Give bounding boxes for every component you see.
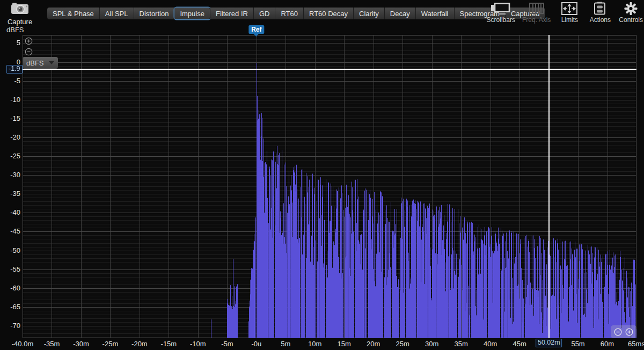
y-axis-dropdown-value: dBFS — [26, 59, 49, 67]
x-tick-label: -35m — [44, 340, 60, 348]
x-tick-label: -0u — [251, 340, 261, 348]
tool-limits[interactable]: Limits — [558, 1, 581, 24]
x-tick-label: -15m — [161, 340, 177, 348]
zoom-out-icon — [614, 328, 622, 336]
y-tick-label: -5 — [0, 77, 20, 85]
scrollbars-icon — [489, 1, 512, 16]
x-tick-label: -10m — [190, 340, 206, 348]
tab-rt60-decay[interactable]: RT60 Decay — [304, 8, 354, 19]
tab-spl-phase[interactable]: SPL & Phase — [47, 8, 100, 19]
ref-marker-pointer — [254, 34, 259, 37]
x-tick-label: 10m — [308, 340, 321, 348]
toolbar-tools: ScrollbarsFreq. AxisLimitsActionsControl… — [487, 1, 643, 24]
x-tick-label: 15m — [338, 340, 351, 348]
tab-rt60[interactable]: RT60 — [275, 8, 304, 19]
y-tick-label: -30 — [0, 171, 20, 179]
y-tick-label: -70 — [0, 322, 20, 330]
x-tick-label: -25m — [103, 340, 119, 348]
tab-all-spl[interactable]: All SPL — [100, 8, 134, 19]
y-zoom-in-button[interactable] — [25, 37, 33, 45]
y-tick-label: -50 — [0, 247, 20, 254]
ref-marker-label: Ref — [251, 26, 261, 33]
controls-gear-icon — [624, 1, 638, 16]
x-tick-label: 45m — [513, 340, 526, 348]
tab-impulse[interactable]: Impulse — [174, 8, 210, 19]
zoom-in-icon — [25, 37, 33, 45]
zoom-in-icon — [625, 328, 633, 336]
tab-filtered-ir[interactable]: Filtered IR — [210, 8, 254, 19]
tab-clarity[interactable]: Clarity — [354, 8, 385, 19]
x-tick-label: 5m — [281, 340, 290, 348]
graph-tab-bar: SPL & PhaseAll SPLDistortionImpulseFilte… — [47, 8, 545, 19]
tool-label: Actions — [590, 16, 611, 24]
tool-actions[interactable]: Actions — [588, 1, 612, 24]
x-tick-label: 35m — [454, 340, 467, 348]
tool-label: Freq. Axis — [522, 16, 551, 24]
zoom-out-icon — [25, 48, 33, 56]
cursor-y-readout: -1.9 — [6, 65, 23, 74]
tool-scrollbars[interactable]: Scrollbars — [487, 1, 515, 24]
y-tick-label: -60 — [0, 285, 20, 292]
x-tick-label: -30m — [73, 340, 89, 348]
y-tick-label: -20 — [0, 134, 20, 141]
x-tick-label: -20m — [131, 340, 148, 348]
camera-icon — [10, 2, 30, 17]
tab-distortion[interactable]: Distortion — [134, 8, 175, 19]
capture-button[interactable]: Capture — [3, 2, 36, 26]
y-tick-label: -55 — [0, 266, 20, 273]
y-axis-unit-label: dBFS — [6, 26, 24, 34]
y-tick-label: -15 — [0, 115, 20, 122]
tab-waterfall[interactable]: Waterfall — [416, 8, 455, 19]
x-zoom-out-button[interactable] — [614, 328, 622, 336]
tab-decay[interactable]: Decay — [385, 8, 416, 19]
tool-label: Limits — [561, 16, 578, 24]
tool-label: Scrollbars — [487, 16, 515, 24]
y-tick-label: -10 — [0, 96, 20, 104]
y-zoom-out-button[interactable] — [25, 48, 33, 56]
x-zoom-in-button[interactable] — [625, 328, 633, 336]
y-axis-unit-dropdown[interactable]: dBFS — [23, 57, 58, 69]
y-tick-label: -65 — [0, 303, 20, 311]
x-tick-label: 30m — [425, 340, 438, 348]
tool-controls[interactable]: Controls — [619, 1, 643, 24]
x-tick-label: 65ms — [628, 340, 644, 348]
actions-icon — [592, 1, 608, 16]
ref-marker-tag[interactable]: Ref — [248, 25, 264, 34]
tool-freq-axis[interactable]: Freq. Axis — [522, 1, 551, 24]
y-tick-label: -25 — [0, 152, 20, 160]
y-tick-label: -40 — [0, 209, 20, 216]
tab-gd[interactable]: GD — [254, 8, 276, 19]
chevron-down-icon — [49, 61, 54, 64]
freq-axis-icon — [526, 1, 547, 16]
y-tick-label: -45 — [0, 228, 20, 235]
x-tick-label: -5m — [221, 340, 233, 348]
x-tick-label: -40.0m — [12, 340, 33, 348]
x-tick-label: 40m — [484, 340, 497, 348]
cursor-x-readout: 50.02m — [536, 339, 562, 347]
tool-label: Controls — [619, 16, 643, 24]
x-zoom-overlay — [611, 325, 636, 338]
capture-label: Capture — [8, 18, 32, 26]
impulse-response-plot[interactable] — [23, 35, 636, 338]
limits-icon — [559, 1, 580, 16]
rew-app-window: Capture SPL & PhaseAll SPLDistortionImpu… — [0, 0, 644, 350]
x-tick-label: 55m — [571, 340, 584, 348]
x-tick-label: 25m — [396, 340, 409, 348]
x-tick-label: 20m — [367, 340, 380, 348]
y-tick-label: -35 — [0, 190, 20, 198]
y-tick-label: 5 — [0, 39, 20, 47]
x-tick-label: 60m — [601, 340, 614, 348]
